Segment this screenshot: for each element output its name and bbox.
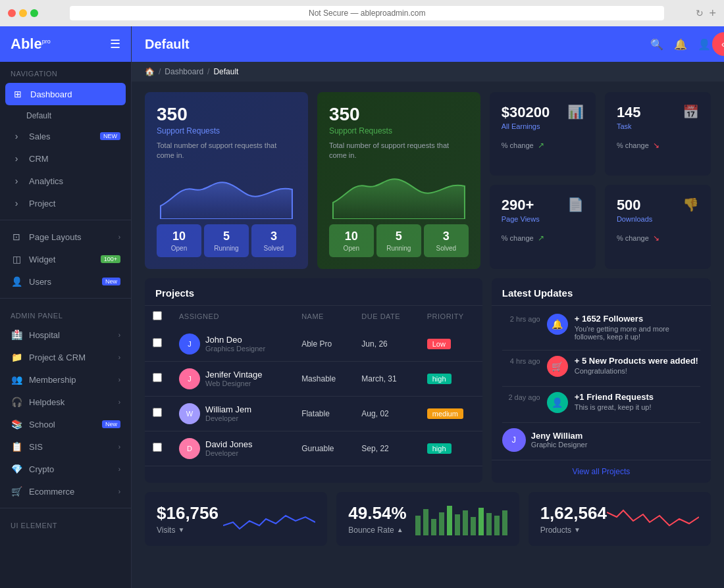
visits-chart <box>223 502 315 535</box>
avatar: J <box>179 333 200 355</box>
sidebar-item-sis[interactable]: 📋 SIS › <box>0 435 131 458</box>
maximize-dot[interactable] <box>30 9 38 17</box>
sidebar-item-crypto[interactable]: 💎 Crypto › <box>0 458 131 480</box>
col-duedate: DUE DATE <box>353 306 419 327</box>
sidebar-item-page-layouts[interactable]: ⊡ Page Layouts › <box>0 226 131 248</box>
visits-label-text: Visits <box>157 526 175 535</box>
user-icon[interactable]: 👤 <box>698 38 711 51</box>
stat-card-earnings: $30200 All Earnings 📊 % change ↗ <box>490 92 596 176</box>
update-time: 2 hrs ago <box>502 314 540 323</box>
stat-mini-row-green: 10 Open 5 Running 3 Solved <box>329 224 469 257</box>
page-layouts-label: Page Layouts <box>29 232 118 242</box>
row-project: Mashable <box>294 361 353 396</box>
table-row: W William Jem Developer Flatable Aug, 02… <box>145 396 482 431</box>
sidebar-item-project[interactable]: › Project <box>0 192 131 214</box>
task-number: 145 <box>617 104 641 121</box>
row-duedate: March, 31 <box>353 361 419 396</box>
project-label: Project <box>29 199 120 208</box>
row-user-cell: W William Jem Developer <box>171 396 294 431</box>
update-divider <box>502 350 700 351</box>
school-badge: New <box>102 420 120 428</box>
page-layouts-icon: ⊡ <box>11 232 22 242</box>
col-priority: PRIORITY <box>419 306 482 327</box>
sidebar-item-sales[interactable]: › Sales NEW <box>0 125 131 147</box>
sidebar-item-dashboard[interactable]: ⊞ Dashboard <box>5 83 126 105</box>
avatar: W <box>179 403 200 424</box>
sidebar-item-users[interactable]: 👤 Users New <box>0 270 131 293</box>
update-user-avatar: J <box>502 428 526 452</box>
sidebar-item-ecommerce[interactable]: 🛒 Ecommerce › <box>0 480 131 502</box>
row-checkbox[interactable] <box>153 443 162 452</box>
stat-card-downloads: 500 Downloads 👎 % change ↘ <box>605 185 711 268</box>
minimize-dot[interactable] <box>19 9 27 17</box>
chevron-icon: › <box>11 153 22 164</box>
priority-badge: high <box>427 443 452 454</box>
table-header: ASSIGNED NAME DUE DATE PRIORITY <box>145 306 482 327</box>
sidebar-item-analytics[interactable]: › Analytics <box>0 170 131 192</box>
default-label: Default <box>26 111 51 120</box>
update-desc: You're getting more and more followers, … <box>575 325 700 341</box>
update-time: 4 hrs ago <box>502 356 540 365</box>
hamburger-icon[interactable]: ☰ <box>110 37 120 51</box>
sidebar-item-project-crm[interactable]: 📁 Project & CRM › <box>0 346 131 368</box>
row-checkbox[interactable] <box>153 408 162 417</box>
membership-icon: 👥 <box>11 374 22 385</box>
row-priority: medium <box>419 396 482 431</box>
priority-badge: high <box>427 374 452 384</box>
mini-val: 5 <box>380 230 417 243</box>
stat-desc-blue: Total number of support requests that co… <box>157 141 296 161</box>
new-tab-button[interactable]: + <box>709 7 716 20</box>
row-checkbox-cell <box>145 361 171 396</box>
row-checkbox[interactable] <box>153 338 162 347</box>
search-icon[interactable]: 🔍 <box>650 38 663 51</box>
select-all-checkbox[interactable] <box>153 311 162 320</box>
sidebar-item-widget[interactable]: ◫ Widget 100+ <box>0 248 131 270</box>
products-label-text: Products <box>540 526 571 535</box>
pageviews-icon: 📄 <box>567 197 584 212</box>
project-crm-label: Project & CRM <box>29 353 118 362</box>
sidebar-item-helpdesk[interactable]: 🎧 Helpdesk › <box>0 391 131 413</box>
stat-number-blue: 350 <box>157 104 296 125</box>
col-checkbox <box>145 306 171 327</box>
stat-mini-open-g: 10 Open <box>329 224 374 257</box>
col-assigned: ASSIGNED <box>171 306 294 327</box>
view-all-button[interactable]: View all Projects <box>492 460 711 483</box>
stat-mini-solved-g: 3 Solved <box>424 224 469 257</box>
sidebar-item-default[interactable]: Default <box>0 107 131 125</box>
task-trend-icon: ↘ <box>653 141 659 150</box>
bounce-chart <box>415 502 507 535</box>
crm-label: CRM <box>29 154 120 164</box>
update-user-role: Graphic Designer <box>531 441 588 449</box>
breadcrumb-dashboard[interactable]: Dashboard <box>165 67 203 76</box>
refresh-icon[interactable]: ↻ <box>696 8 704 18</box>
browser-chrome: Not Secure — ableproadmin.com ↻ + <box>0 0 724 26</box>
svg-rect-6 <box>463 510 468 535</box>
row-project: Flatable <box>294 396 353 431</box>
stat-card-support-blue: 350 Support Requests Total number of sup… <box>145 92 308 269</box>
sidebar-item-hospital[interactable]: 🏥 Hospital › <box>0 324 131 346</box>
update-item: 2 hrs ago 🔔 + 1652 Followers You're gett… <box>502 314 700 341</box>
row-checkbox[interactable] <box>153 373 162 382</box>
address-bar[interactable]: Not Secure — ableproadmin.com <box>70 6 664 20</box>
user-role: Developer <box>205 414 251 422</box>
visits-value: $16,756 <box>157 503 219 524</box>
mid-row: Projects ASSIGNED NAME DUE DATE PRIORITY <box>145 278 711 483</box>
close-dot[interactable] <box>8 9 16 17</box>
row-user-cell: J Jenifer Vintage Web Designer <box>171 361 294 396</box>
task-change: % change ↘ <box>617 141 699 150</box>
user-role: Graphics Designer <box>205 345 265 353</box>
collapse-button[interactable]: « <box>712 32 724 56</box>
bounce-label: Bounce Rate ▲ <box>348 526 406 535</box>
sidebar-item-crm[interactable]: › CRM <box>0 147 131 170</box>
sidebar-item-membership[interactable]: 👥 Membership › <box>0 368 131 391</box>
update-time: 2 day ago <box>502 392 540 401</box>
crypto-label: Crypto <box>29 464 118 474</box>
user-role: Web Designer <box>205 380 263 387</box>
crypto-icon: 💎 <box>11 464 22 474</box>
bell-icon[interactable]: 🔔 <box>674 38 687 51</box>
downloads-change: % change ↘ <box>617 233 699 243</box>
school-icon: 📚 <box>11 419 22 429</box>
mini-label: Running <box>380 245 417 252</box>
breadcrumb-home-icon[interactable]: 🏠 <box>145 67 155 76</box>
sidebar-item-school[interactable]: 📚 School New <box>0 413 131 435</box>
